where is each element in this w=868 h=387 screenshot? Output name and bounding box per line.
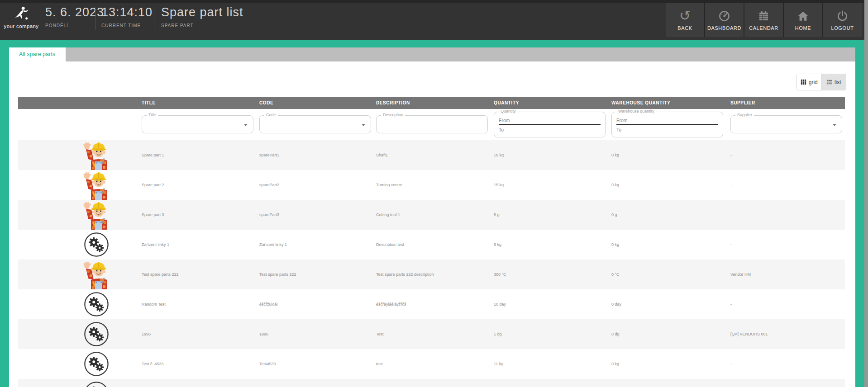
cell-warehouse-quantity: 0 kg bbox=[611, 170, 619, 200]
current-time-label: CURRENT TIME bbox=[101, 23, 153, 28]
page-subtitle: SPARE PART bbox=[161, 23, 243, 28]
header-time-block: 13:14:10 CURRENT TIME bbox=[101, 5, 153, 28]
cell-warehouse-quantity: 0 day bbox=[611, 289, 621, 319]
tab-all-spare-parts[interactable]: All spare parts bbox=[9, 47, 66, 61]
tab-bar-strip bbox=[66, 47, 855, 61]
table-body: Spare part 1 sparePart1 Shaft1 16 kg 0 k… bbox=[18, 140, 845, 387]
current-time: 13:14:10 bbox=[101, 5, 153, 19]
cell-title: Zařízení linky 1 bbox=[142, 230, 169, 260]
description-filter-input[interactable] bbox=[380, 118, 483, 130]
page-title: Spare part list bbox=[161, 5, 243, 19]
cell-supplier: - bbox=[730, 140, 732, 170]
company-logo-icon bbox=[12, 5, 30, 21]
table-row[interactable]: Test spare parts 222 Test spare parts 22… bbox=[18, 260, 845, 289]
gears-placeholder-icon bbox=[79, 289, 114, 319]
cell-title: Spare part 3 bbox=[142, 200, 164, 230]
column-header-supplier: SUPPLIER bbox=[730, 97, 755, 109]
cell-warehouse-quantity: 0 g bbox=[611, 200, 617, 230]
supplier-filter-select[interactable]: Supplier bbox=[730, 115, 842, 133]
table-row[interactable]: Spare part 2 sparePart2 Turning centre 1… bbox=[18, 170, 845, 200]
cell-code: Zařízení linky 1 bbox=[259, 230, 287, 260]
filter-row: Title Code Description Quantity Warehous… bbox=[18, 109, 845, 140]
list-view-button[interactable]: list bbox=[822, 74, 846, 90]
caret-down-icon bbox=[244, 124, 248, 126]
description-filter-box: Description bbox=[376, 115, 488, 133]
gears-placeholder-icon bbox=[79, 379, 114, 387]
cell-title: Test č. 4533 bbox=[142, 349, 164, 379]
column-header-code: CODE bbox=[259, 97, 273, 109]
column-header-description: DESCRIPTION bbox=[376, 97, 410, 109]
cell-warehouse-quantity: 0 dg bbox=[611, 319, 620, 349]
cell-description: Cutting tool 1 bbox=[376, 200, 400, 230]
home-button[interactable]: HOME bbox=[784, 3, 822, 37]
cell-supplier: - bbox=[730, 349, 732, 379]
table-row[interactable]: Zařízení linky 1 Zařízení linky 1 Descri… bbox=[18, 230, 845, 260]
table-row[interactable]: Test č. 4533 Test4533 test 11 kg 0 kg - bbox=[18, 349, 845, 379]
cell-warehouse-quantity: 0 kg bbox=[611, 140, 619, 170]
cell-code: 1996 bbox=[259, 319, 268, 349]
spare-part-image bbox=[79, 170, 114, 200]
cell-description: Shaft1 bbox=[376, 140, 388, 170]
column-header-warehouse-quantity: WAREHOUSE QUANTITY bbox=[611, 97, 670, 109]
cell-supplier: [QA] VENDORS 001 bbox=[730, 319, 768, 349]
cell-supplier: - bbox=[730, 170, 732, 200]
cell-warehouse-quantity: 0 kg bbox=[611, 230, 619, 260]
vertical-scrollbar[interactable] bbox=[864, 0, 868, 387]
page-title-block: Spare part list SPARE PART bbox=[161, 5, 243, 28]
cell-code: sparePart2 bbox=[259, 170, 279, 200]
caret-down-icon bbox=[362, 124, 365, 126]
cell-description: Test spare parts 222 description bbox=[376, 260, 434, 289]
logout-icon bbox=[836, 9, 849, 23]
back-icon: ↺ bbox=[679, 9, 691, 23]
cell-description: éščřáyiáěiáyžřčš bbox=[376, 289, 406, 319]
dashboard-icon bbox=[718, 9, 730, 23]
warehouse-quantity-to-input[interactable] bbox=[616, 126, 718, 134]
cell-quantity: 10 day bbox=[494, 289, 506, 319]
table-row[interactable]: Random Test éščřžuioái éščřáyiáěiáyžřčš … bbox=[18, 289, 845, 319]
gears-placeholder-icon bbox=[79, 319, 114, 349]
cell-description: Test bbox=[376, 319, 384, 349]
quantity-to-input[interactable] bbox=[499, 126, 601, 134]
cell-description: Description test bbox=[376, 230, 404, 260]
cell-quantity: 16 kg bbox=[494, 140, 504, 170]
view-toggle: grid list bbox=[796, 74, 846, 90]
warehouse-quantity-filter-box: Warehouse quantity bbox=[611, 112, 723, 137]
cell-description: Turning centre bbox=[376, 170, 402, 200]
cell-description: test bbox=[376, 349, 383, 379]
table-header: TITLE CODE DESCRIPTION QUANTITY WAREHOUS… bbox=[18, 97, 845, 109]
table-row[interactable]: Spare part 3 sparePart3 Cutting tool 1 5… bbox=[18, 200, 845, 230]
table-row[interactable] bbox=[18, 379, 845, 387]
table-row[interactable]: Spare part 1 sparePart1 Shaft1 16 kg 0 k… bbox=[18, 140, 845, 170]
content-panel: All spare parts grid list TITLE CODE DES… bbox=[9, 47, 855, 387]
cell-quantity: 5 g bbox=[494, 200, 500, 230]
column-header-quantity: QUANTITY bbox=[494, 97, 519, 109]
title-filter-select[interactable]: Title bbox=[142, 115, 253, 133]
calendar-button[interactable]: CALENDAR bbox=[744, 3, 783, 37]
cell-code: Test4533 bbox=[259, 349, 276, 379]
warehouse-quantity-from-input[interactable] bbox=[616, 116, 718, 125]
header-nav: ↺ BACK DASHBOARD CALENDAR HOME LOGOUT bbox=[666, 3, 862, 37]
quantity-filter-box: Quantity bbox=[494, 112, 606, 137]
column-header-title: TITLE bbox=[142, 97, 156, 109]
cell-supplier: - bbox=[730, 230, 732, 260]
table-row[interactable]: 1996 1996 Test 1 dg 0 dg [QA] VENDORS 00… bbox=[18, 319, 845, 349]
cell-title: Spare part 2 bbox=[142, 170, 164, 200]
grid-icon bbox=[801, 79, 806, 85]
cell-quantity: 15 kg bbox=[494, 170, 504, 200]
header-divider bbox=[154, 7, 154, 30]
cell-warehouse-quantity: 0 °C bbox=[611, 260, 620, 289]
calendar-icon bbox=[758, 9, 770, 23]
quantity-from-input[interactable] bbox=[499, 116, 601, 125]
header-divider bbox=[95, 7, 95, 30]
cell-quantity: 6 kg bbox=[494, 230, 501, 260]
dashboard-button[interactable]: DASHBOARD bbox=[705, 3, 744, 37]
company-logo-text: your company bbox=[4, 24, 38, 29]
spare-part-image bbox=[79, 260, 114, 289]
cell-quantity: 1 dg bbox=[494, 319, 502, 349]
logout-button[interactable]: LOGOUT bbox=[823, 3, 862, 37]
code-filter-select[interactable]: Code bbox=[259, 115, 371, 133]
grid-view-button[interactable]: grid bbox=[797, 74, 822, 90]
list-icon bbox=[826, 79, 832, 85]
back-button[interactable]: ↺ BACK bbox=[666, 3, 704, 37]
cell-title: Spare part 1 bbox=[142, 140, 164, 170]
